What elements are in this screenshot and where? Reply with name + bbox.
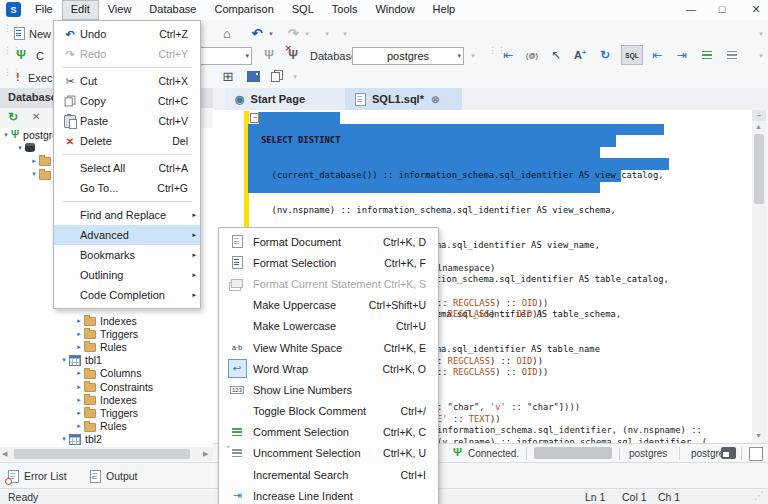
tab-close-icon[interactable]: ⊗ [431,94,439,105]
database-overflow-icon[interactable]: ▾ [468,52,478,60]
tree-item-columns[interactable]: ▸ Columns [0,367,213,380]
font-grow-icon[interactable]: A+ [571,46,589,64]
tab-error-list[interactable]: Error List [8,467,67,485]
database-name[interactable]: postgres [629,448,667,459]
sql-format-icon[interactable]: SQL [621,45,643,65]
regex-at-icon[interactable]: (@) [523,46,541,64]
menu-window[interactable]: Window [366,0,423,20]
toolbar-overflow-icon[interactable]: ▾ [756,52,766,60]
chevron-down-icon[interactable]: ▾ [1,131,11,139]
tree-item-tbl2[interactable]: ▾ tbl2 [0,433,213,446]
menu-item-copy[interactable]: Copy Ctrl+C [54,91,200,111]
undo-icon[interactable]: ↶ [248,24,266,42]
menu-item-code-completion[interactable]: Code Completion ▸ [54,285,200,305]
new-button[interactable]: New [29,28,51,40]
chevron-right-icon[interactable]: ▸ [74,396,84,404]
menu-item-comment-selection[interactable]: Comment Selection Ctrl+K, C [219,422,438,443]
chevron-right-icon[interactable]: ▸ [29,157,39,165]
history-dropdown-icon[interactable]: ▾ [322,30,332,38]
menu-item-show-line-numbers[interactable]: 123 Show Line Numbers [219,379,438,400]
chevron-down-icon[interactable]: ▾ [59,356,69,364]
toolbar-grip[interactable]: ⋮⋮ [3,48,7,52]
menu-item-go-to[interactable]: Go To... Ctrl+G [54,178,200,198]
connection-combobox[interactable]: ▾ [200,47,252,65]
editor-vscrollbar[interactable]: ÷ ▲ ▼ [752,110,766,443]
tree-item-triggers[interactable]: ▸ Triggers [0,327,213,340]
menu-item-bookmarks[interactable]: Bookmarks ▸ [54,245,200,265]
disconnect-icon[interactable]: Ψ✕ [284,46,302,64]
tree-item-indexes[interactable]: ▸ Indexes [0,393,213,406]
scroll-up-icon[interactable]: ▲ [755,123,762,130]
undo-dropdown-icon[interactable]: ▾ [266,30,276,38]
chevron-right-icon[interactable]: ▸ [74,330,84,338]
chevron-right-icon[interactable]: ▸ [74,422,84,430]
menu-item-uncomment-selection[interactable]: ’ Uncomment Selection Ctrl+K, U [219,443,438,464]
menu-tools[interactable]: Tools [323,0,367,20]
chevron-down-icon[interactable]: ▾ [29,170,39,178]
tree-item-rules[interactable]: ▸ Rules [0,340,213,353]
menu-item-paste[interactable]: Paste Ctrl+V [54,111,200,131]
menu-item-format-document[interactable]: Format Document Ctrl+K, D [219,231,438,252]
menu-item-redo[interactable]: ↷ Redo Ctrl+Y [54,44,200,64]
menu-item-make-uppercase[interactable]: Make Uppercase Ctrl+Shift+U [219,295,438,316]
redo-icon[interactable]: ↷ [284,24,302,42]
scroll-left-icon[interactable]: ◀ [2,450,7,458]
tab-start-page[interactable]: ◉ Start Page [225,88,355,110]
chevron-right-icon[interactable]: ▸ [74,383,84,391]
explorer-stop-icon[interactable]: ✕ [32,111,40,122]
menu-item-advanced[interactable]: Advanced ▸ [54,225,200,245]
maximize-button[interactable]: □ [712,1,732,18]
close-button[interactable]: ✕ [746,1,766,18]
connection-button[interactable]: C [36,50,44,62]
menu-item-format-current-statement[interactable]: Format Current Statement Ctrl+K, S [219,273,438,294]
redo-dropdown-icon[interactable]: ▾ [302,30,312,38]
database-combobox[interactable]: postgres▾ [352,47,464,65]
scroll-thumb[interactable] [14,449,190,459]
menu-database[interactable]: Database [140,0,205,20]
chevron-right-icon[interactable]: ▸ [74,343,84,351]
history-dropdown-icon[interactable]: ▾ [340,30,350,38]
new-sql-icon[interactable] [14,27,25,40]
comment-icon[interactable] [698,46,716,64]
scroll-thumb[interactable] [754,134,764,204]
home-icon[interactable]: ⌂ [218,24,236,42]
chevron-down-icon[interactable]: ▾ [59,435,69,443]
tab-output[interactable]: → Output [90,467,138,485]
toolbar-grip[interactable]: ⋮⋮ [488,48,492,52]
toolbar-grip[interactable]: ⋮⋮ [3,26,7,30]
format-outdent-icon[interactable]: ⇤ [499,46,517,64]
menu-view[interactable]: View [99,0,141,20]
menu-item-make-lowercase[interactable]: Make Lowercase Ctrl+U [219,316,438,337]
explorer-refresh-icon[interactable]: ↻ [8,110,18,124]
execute-button[interactable]: Exec [28,72,52,84]
scroll-down-icon[interactable]: ▼ [755,432,762,439]
toolbar-overflow-icon[interactable]: ▾ [756,30,766,38]
increase-indent-icon[interactable]: ⇥ [673,46,691,64]
menu-item-delete[interactable]: ✕ Delete Del [54,131,200,151]
tree-item-constraints[interactable]: ▸ Constraints [0,380,213,393]
menu-item-word-wrap[interactable]: ↩ Word Wrap Ctrl+K, O [219,358,438,379]
menu-item-increase-line-indent[interactable]: ⇥ Increase Line Indent [219,485,438,504]
layout-toggle-icon[interactable] [721,447,736,459]
uncomment-icon[interactable] [723,46,741,64]
chevron-down-icon[interactable]: ▾ [15,144,25,152]
export-icon[interactable] [268,67,286,85]
menu-edit[interactable]: Edit [62,0,99,20]
tree-item-indexes[interactable]: ▸ Indexes [0,314,213,327]
menu-file[interactable]: File [26,0,62,20]
tree-item-triggers[interactable]: ▸ Triggers [0,406,213,419]
menu-item-outlining[interactable]: Outlining ▸ [54,265,200,285]
menu-item-select-all[interactable]: Select All Ctrl+A [54,158,200,178]
toolbar-grip[interactable]: ⋮⋮ [3,70,7,74]
layout-single-icon[interactable] [749,447,763,461]
explorer-hscrollbar[interactable]: ◀ ▶ [0,447,213,461]
navigate-pointer-icon[interactable]: ↖ [547,46,565,64]
menu-comparison[interactable]: Comparison [205,0,282,20]
menu-item-incremental-search[interactable]: Incremental Search Ctrl+I [219,464,438,485]
chevron-right-icon[interactable]: ▸ [74,409,84,417]
tree-item-tbl1[interactable]: ▾ tbl1 [0,354,213,367]
tree-item-rules[interactable]: ▸ Rules [0,420,213,433]
decrease-indent-icon[interactable]: ⇤ [648,46,666,64]
resize-grip-icon[interactable]: ⋰ [754,490,764,501]
export-dropdown-icon[interactable]: ▾ [290,73,300,81]
